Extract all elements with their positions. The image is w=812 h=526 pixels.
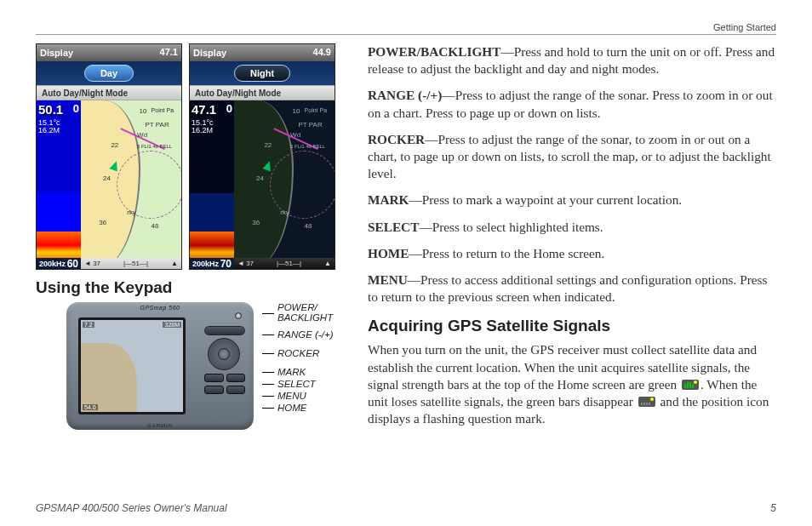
sonar-panel-day: 50.1 15.1°c16.2M 0 200kHz60 — [37, 100, 81, 269]
device-stat-tl: 7.2 — [83, 322, 94, 328]
heading-gps: Acquiring GPS Satellite Signals — [368, 315, 776, 336]
sonar-depth: 50.1 — [38, 102, 63, 117]
para-menu: MENU—Press to access additional settings… — [368, 272, 776, 306]
chart-panel-night: 10 22 Wd PT PAR 5 FLG 4s BELL 24 rky 36 … — [234, 100, 335, 269]
para-power: POWER/BACKLIGHT—Press and hold to turn t… — [368, 43, 776, 77]
running-header: Getting Started — [36, 22, 776, 35]
para-home: HOME—Press to return to the Home screen. — [368, 245, 776, 262]
device-stat-bl: 54.0 — [83, 404, 98, 410]
chart-panel-day: 10 22 Wd PT PAR 5 FLG 4s BELL 24 rky 36 … — [81, 100, 181, 269]
device-stat-tr: 328M — [163, 322, 181, 328]
para-mark: MARK—Press to mark a waypoint at your cu… — [368, 192, 776, 209]
para-select: SELECT—Press to select highlighted items… — [368, 219, 776, 236]
mode-substrip: Auto Day/Night Mode — [37, 85, 181, 100]
callout-select: SELECT — [262, 379, 334, 389]
footer-title: GPSMAP 400/500 Series Owner's Manual — [36, 502, 227, 514]
screenshot-row: Display 47.1 Day Auto Day/Night Mode 50.… — [36, 43, 342, 270]
heading-keypad: Using the Keypad — [36, 278, 342, 297]
sonar-temp: 15.1°c16.2M — [38, 119, 60, 135]
device-illustration: GPSmap 560 7.2 328M 54.0 GARMIN — [66, 302, 254, 430]
sonar-panel-night: 47.1 15.1°c16.2M 0 200kHz70 — [190, 100, 234, 269]
device-model: GPSmap 560 — [140, 305, 180, 311]
rocker-icon — [208, 338, 240, 370]
screenshot-night: Display 44.9 Night Auto Day/Night Mode 4… — [189, 43, 335, 270]
titlebar-display: Display — [40, 48, 160, 58]
titlebar-display: Display — [193, 48, 313, 58]
callout-rocker: ROCKER — [262, 348, 334, 358]
callout-range: RANGE (-/+) — [262, 329, 334, 340]
mode-pill-night: Night — [234, 65, 290, 82]
titlebar-depth: 47.1 — [160, 47, 178, 59]
mode-pill-day: Day — [84, 65, 134, 82]
footer-page: 5 — [770, 502, 776, 514]
mark-select-row — [204, 374, 245, 382]
home-menu-row — [204, 386, 245, 394]
para-range: RANGE (-/+)—Press to adjust the range of… — [368, 87, 776, 121]
range-buttons-icon — [204, 326, 245, 335]
callout-home: HOME — [262, 403, 334, 413]
power-button-icon — [235, 312, 242, 319]
para-rocker: ROCKER—Press to adjust the range of the … — [368, 131, 776, 183]
sonar-zero: 0 — [73, 102, 79, 115]
signal-bars-lost-icon — [638, 397, 655, 407]
keypad-callouts: POWER/ BACKLIGHT RANGE (-/+) ROCKER MARK… — [262, 302, 334, 413]
mode-substrip: Auto Day/Night Mode — [190, 85, 335, 100]
para-gps: When you turn on the unit, the GPS recei… — [368, 341, 776, 427]
signal-bars-green-icon — [682, 380, 699, 390]
device-brand: GARMIN — [147, 423, 173, 428]
callout-mark: MARK — [262, 367, 334, 377]
callout-menu: MENU — [262, 391, 334, 401]
titlebar-depth: 44.9 — [313, 47, 331, 59]
screenshot-day: Display 47.1 Day Auto Day/Night Mode 50.… — [36, 43, 182, 270]
callout-power: POWER/ BACKLIGHT — [262, 302, 334, 324]
